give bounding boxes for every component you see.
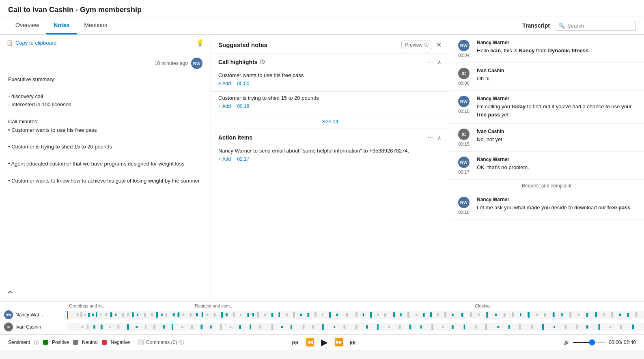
text-4: OK, that's no problem. [477, 163, 638, 172]
svg-rect-61 [470, 312, 472, 317]
volume-slider[interactable] [573, 342, 605, 343]
tab-mentions[interactable]: Mentions [77, 17, 114, 34]
copy-to-clipboard-button[interactable]: 📋 Copy to clipboard [6, 40, 56, 46]
svg-rect-116 [409, 325, 411, 329]
action-items-title: Action items [218, 134, 252, 141]
svg-rect-59 [452, 314, 454, 316]
highlights-collapse-button[interactable]: ∧ [437, 59, 442, 65]
action-items-actions: ··· ∧ [428, 134, 442, 141]
add-highlight-1-button[interactable]: + Add · 00:18 [218, 103, 442, 109]
svg-rect-53 [407, 312, 409, 318]
svg-rect-73 [569, 312, 571, 318]
svg-rect-20 [178, 312, 180, 317]
avatar-nw-4: NW [458, 157, 470, 168]
notes-content: 10 minutes ago NW Executive summary: - d… [0, 51, 211, 301]
highlights-more-button[interactable]: ··· [428, 58, 434, 66]
svg-rect-135 [620, 325, 622, 329]
svg-rect-42 [322, 313, 323, 316]
svg-rect-9 [115, 314, 117, 316]
svg-rect-63 [486, 312, 488, 318]
svg-rect-60 [461, 313, 463, 317]
volume-icon[interactable]: 🔊 [564, 340, 570, 345]
svg-rect-88 [127, 324, 129, 330]
playback-controls: ⏮ ⏪ ▶ ⏩ ⏭ [292, 337, 357, 348]
close-suggested-button[interactable]: ✕ [436, 41, 442, 49]
svg-rect-0 [77, 313, 79, 316]
search-input[interactable] [567, 23, 632, 29]
see-all-button[interactable]: See all [211, 114, 449, 129]
collapse-notes-button[interactable] [6, 289, 14, 297]
tab-overview[interactable]: Overview [8, 17, 46, 34]
svg-rect-15 [151, 313, 153, 316]
fast-forward-button[interactable]: ⏩ [334, 338, 343, 347]
info-icon: ⓘ [424, 42, 429, 48]
timestamp-1[interactable]: 00:18 [237, 103, 249, 109]
svg-rect-74 [577, 314, 579, 316]
svg-rect-95 [191, 325, 193, 329]
svg-rect-66 [512, 312, 514, 317]
skip-to-start-button[interactable]: ⏮ [292, 338, 299, 347]
comments-label: Comments (0) [146, 340, 177, 345]
highlights-info-icon[interactable]: ⓘ [260, 59, 265, 66]
track-label-ic: Ivan Cashin [15, 324, 41, 330]
svg-rect-101 [250, 325, 251, 329]
svg-rect-44 [336, 314, 338, 316]
svg-rect-52 [400, 313, 402, 316]
svg-rect-65 [504, 313, 506, 317]
transcript-meta-0: NW 00:04 [456, 40, 472, 58]
svg-rect-105 [291, 325, 292, 329]
comments-checkbox[interactable] [138, 340, 144, 345]
svg-rect-18 [166, 313, 167, 317]
svg-rect-114 [388, 326, 390, 328]
svg-rect-97 [210, 325, 212, 329]
svg-rect-94 [181, 326, 183, 328]
svg-rect-38 [293, 312, 295, 318]
sentiment-area: Sentiment ⓘ Positive Neutral Negative [8, 339, 130, 346]
text-5: Let me ask you what made you decide to d… [477, 204, 638, 212]
action-timestamp-0[interactable]: 02:17 [237, 156, 249, 162]
tab-notes[interactable]: Notes [46, 17, 77, 34]
speaker-3: Ivan Cashin [477, 129, 638, 134]
svg-rect-34 [264, 314, 266, 316]
add-highlight-0-button[interactable]: + Add · 00:00 [218, 81, 442, 86]
svg-rect-29 [233, 312, 235, 317]
svg-rect-43 [329, 312, 331, 318]
svg-rect-118 [431, 324, 433, 330]
action-items-more-button[interactable]: ··· [428, 134, 434, 141]
comments-info-icon[interactable]: ⓘ [179, 339, 184, 346]
svg-rect-19 [173, 313, 175, 316]
svg-rect-37 [286, 313, 288, 316]
svg-rect-36 [278, 312, 280, 317]
transcript-meta-3: IC 00:15 [456, 129, 472, 146]
bulb-icon[interactable]: 💡 [196, 39, 204, 47]
svg-rect-79 [619, 314, 621, 316]
play-button[interactable]: ▶ [321, 337, 328, 348]
svg-rect-51 [393, 312, 395, 317]
add-action-0-button[interactable]: + Add · 02:17 [218, 156, 442, 162]
svg-rect-108 [322, 324, 324, 330]
svg-rect-67 [520, 313, 521, 316]
preview-badge[interactable]: Preview ⓘ [401, 41, 432, 49]
svg-rect-31 [247, 313, 249, 317]
action-items-collapse-button[interactable]: ∧ [437, 135, 442, 141]
highlight-item-0: Customer wants to use his free pass + Ad… [211, 69, 449, 92]
sentiment-info-icon[interactable]: ⓘ [34, 339, 39, 346]
volume-area: 🔊 00:00/ 02:40 [564, 340, 636, 345]
transcript-meta-2: NW 00:10 [456, 96, 472, 118]
svg-rect-125 [508, 325, 510, 329]
svg-rect-92 [163, 325, 165, 329]
svg-rect-5 [96, 312, 97, 317]
timestamp-0[interactable]: 00:00 [237, 81, 249, 86]
rewind-button[interactable]: ⏪ [306, 338, 314, 347]
svg-rect-119 [442, 326, 444, 328]
svg-rect-81 [635, 312, 638, 317]
search-box[interactable]: 🔍 [555, 21, 636, 31]
skip-to-end-button[interactable]: ⏭ [350, 338, 357, 347]
time-5: 00:18 [458, 210, 470, 215]
text-3: No, not yet. [477, 135, 638, 144]
notes-text[interactable]: Executive summary: - discovery call - In… [8, 75, 202, 185]
svg-rect-75 [586, 313, 588, 317]
track-avatar-nw: NW [4, 310, 13, 319]
svg-rect-86 [109, 326, 111, 328]
svg-rect-39 [300, 314, 302, 316]
